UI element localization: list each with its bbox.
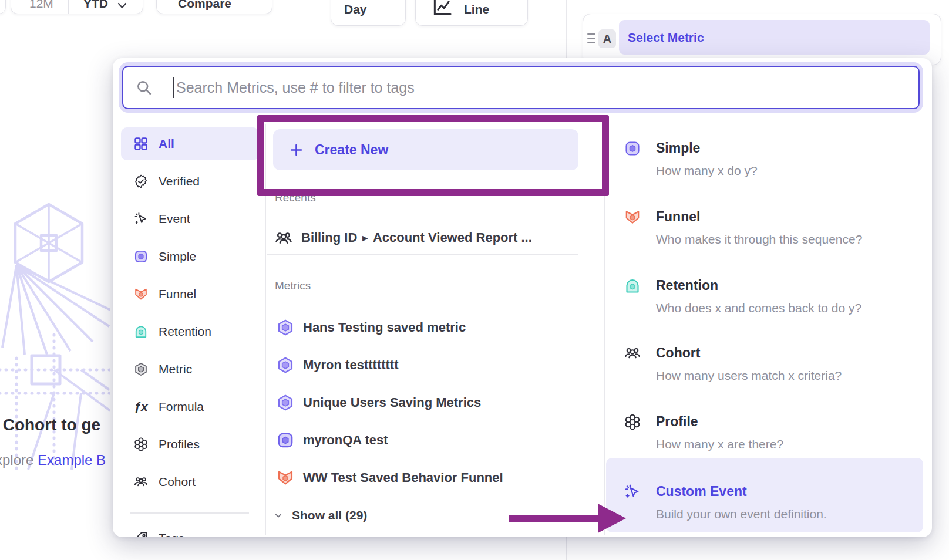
metric-row-card: A Select Metric xyxy=(583,14,941,65)
chevron-down-icon xyxy=(117,2,127,9)
type-retention[interactable]: Retention Who does x and comes back to d… xyxy=(624,277,920,316)
empty-state-subline: xplore Example B xyxy=(0,452,106,468)
type-description: Who makes it through this sequence? xyxy=(656,232,862,247)
sidebar-label: Profiles xyxy=(159,437,200,451)
sidebar-label: Simple xyxy=(159,249,196,264)
metric-item-label: Myron testttttttt xyxy=(303,357,399,373)
sidebar-item-formula[interactable]: ƒx Formula xyxy=(121,390,259,423)
simple-metric-icon xyxy=(133,249,149,264)
type-cohort[interactable]: Cohort How many users match x criteria? xyxy=(624,345,920,383)
sidebar-item-profiles[interactable]: Profiles xyxy=(121,428,259,461)
simple-metric-icon xyxy=(276,431,295,450)
verified-badge-icon xyxy=(133,174,149,189)
sidebar-label: Tags xyxy=(159,531,184,537)
recent-item[interactable]: Billing ID ▸ Account Viewed Report ... xyxy=(274,227,532,248)
type-description: How many x do y? xyxy=(656,163,758,178)
search-placeholder: Search Metrics, use # to filter to tags xyxy=(176,79,415,96)
funnel-icon xyxy=(276,468,295,487)
cohort-people-icon xyxy=(274,228,293,247)
recent-item-primary: Billing ID xyxy=(301,230,357,245)
granularity-day-button[interactable]: Day xyxy=(331,0,406,26)
sidebar-item-event[interactable]: Event xyxy=(121,203,259,235)
metric-list-item[interactable]: Unique Users Saving Metrics xyxy=(276,392,481,413)
metric-hexagon-icon xyxy=(133,362,149,377)
compare-button[interactable]: Compare xyxy=(156,0,272,14)
metric-item-label: WW Test Saved Behavior Funnel xyxy=(303,470,503,485)
type-title: Profile xyxy=(656,413,783,430)
type-simple[interactable]: Simple How many x do y? xyxy=(624,140,920,178)
profiles-cluster-icon xyxy=(624,413,641,431)
simple-metric-icon xyxy=(624,140,641,157)
custom-event-cursor-icon xyxy=(624,483,641,501)
explore-text: xplore xyxy=(0,452,38,468)
tag-icon xyxy=(133,531,149,537)
sidebar-item-simple[interactable]: Simple xyxy=(121,240,259,273)
range-ytd-button[interactable]: YTD xyxy=(83,0,108,11)
sidebar-item-all[interactable]: All xyxy=(121,127,259,160)
type-description: How many users match x criteria? xyxy=(656,368,842,383)
chart-type-line-button[interactable]: Line xyxy=(415,0,528,26)
recent-item-secondary: Account Viewed Report ... xyxy=(373,230,532,245)
profiles-cluster-icon xyxy=(133,437,149,452)
grid-icon xyxy=(133,136,149,151)
line-chart-icon xyxy=(431,0,453,19)
type-title: Retention xyxy=(656,277,861,294)
sidebar-item-retention[interactable]: Retention xyxy=(121,315,259,348)
group-divider xyxy=(68,0,69,14)
retention-icon xyxy=(624,277,641,295)
chevron-down-icon xyxy=(272,510,284,521)
event-cursor-icon xyxy=(133,211,149,227)
type-description: How many x are there? xyxy=(656,437,783,452)
date-range-group[interactable]: 12M YTD xyxy=(11,0,143,14)
type-title: Custom Event xyxy=(656,483,827,500)
saved-metric-hexagon-icon xyxy=(276,318,295,337)
metric-list-item[interactable]: Hans Testing saved metric xyxy=(276,317,466,338)
sidebar-item-funnel[interactable]: Funnel xyxy=(121,278,259,311)
show-all-toggle[interactable]: Show all (29) xyxy=(272,506,367,525)
metric-list-item[interactable]: WW Test Saved Behavior Funnel xyxy=(276,467,503,488)
sidebar-label: Verified xyxy=(159,174,200,188)
breadcrumb-arrow: ▸ xyxy=(362,232,368,244)
saved-metric-hexagon-icon xyxy=(276,356,295,375)
saved-metric-hexagon-icon xyxy=(276,393,295,412)
type-description: Who does x and comes back to do y? xyxy=(656,301,861,316)
funnel-icon xyxy=(133,286,149,302)
type-title: Simple xyxy=(656,140,758,156)
sidebar-label: Event xyxy=(159,212,190,226)
metric-item-label: myronQA test xyxy=(303,433,388,448)
empty-state-headline: r Cohort to ge xyxy=(0,416,100,434)
toolbar-button-fragment[interactable] xyxy=(0,0,6,14)
search-input[interactable]: Search Metrics, use # to filter to tags xyxy=(122,66,920,109)
metric-list-item[interactable]: Myron testttttttt xyxy=(276,355,399,376)
sidebar-label: Funnel xyxy=(159,287,196,301)
cohort-people-icon xyxy=(133,474,149,490)
sidebar-label: Retention xyxy=(159,325,211,339)
formula-icon: ƒx xyxy=(133,399,149,414)
type-description: Build your own event definition. xyxy=(656,507,827,522)
type-custom-event[interactable]: Custom Event Build your own event defini… xyxy=(624,483,920,522)
annotation-rectangle xyxy=(257,115,609,196)
type-profile[interactable]: Profile How many x are there? xyxy=(624,413,920,452)
sidebar-item-tags[interactable]: Tags xyxy=(121,522,259,537)
text-cursor xyxy=(173,77,174,98)
sidebar-item-metric[interactable]: Metric xyxy=(121,353,259,386)
type-title: Cohort xyxy=(656,345,842,361)
select-metric-field[interactable]: Select Metric xyxy=(619,20,930,55)
sidebar-label: Cohort xyxy=(159,475,196,489)
drag-handle-icon[interactable] xyxy=(587,33,595,43)
funnel-icon xyxy=(624,208,641,226)
type-title: Funnel xyxy=(656,208,862,225)
sidebar-item-cohort[interactable]: Cohort xyxy=(121,465,259,498)
range-12m-button[interactable]: 12M xyxy=(29,0,53,11)
cohort-people-icon xyxy=(624,345,641,362)
sidebar-label: Metric xyxy=(159,362,192,376)
row-letter-badge[interactable]: A xyxy=(598,29,616,48)
annotation-arrow xyxy=(505,499,630,538)
sidebar-item-verified[interactable]: Verified xyxy=(121,165,259,198)
sidebar-divider xyxy=(130,512,249,514)
type-funnel[interactable]: Funnel Who makes it through this sequenc… xyxy=(624,208,920,247)
sidebar-label: All xyxy=(159,137,174,151)
example-link[interactable]: Example B xyxy=(38,452,106,468)
metric-item-label: Hans Testing saved metric xyxy=(303,320,466,335)
metric-list-item[interactable]: myronQA test xyxy=(276,430,388,451)
